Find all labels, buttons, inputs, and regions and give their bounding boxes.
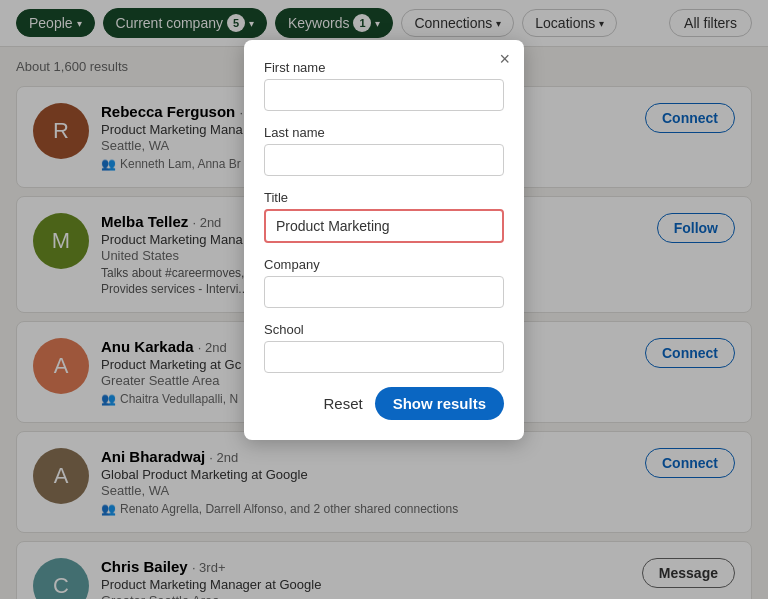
company-field: Company bbox=[264, 257, 504, 308]
last-name-label: Last name bbox=[264, 125, 504, 140]
title-field: Title bbox=[264, 190, 504, 243]
last-name-input[interactable] bbox=[264, 144, 504, 176]
title-input[interactable] bbox=[264, 209, 504, 243]
last-name-field: Last name bbox=[264, 125, 504, 176]
keywords-popup: × First name Last name Title Company Sch… bbox=[244, 40, 524, 440]
popup-close-button[interactable]: × bbox=[499, 50, 510, 68]
title-label: Title bbox=[264, 190, 504, 205]
reset-button[interactable]: Reset bbox=[323, 389, 362, 418]
school-input[interactable] bbox=[264, 341, 504, 373]
school-field: School bbox=[264, 322, 504, 373]
first-name-label: First name bbox=[264, 60, 504, 75]
company-label: Company bbox=[264, 257, 504, 272]
company-input[interactable] bbox=[264, 276, 504, 308]
school-label: School bbox=[264, 322, 504, 337]
popup-actions: Reset Show results bbox=[264, 387, 504, 420]
show-results-button[interactable]: Show results bbox=[375, 387, 504, 420]
first-name-field: First name bbox=[264, 60, 504, 111]
first-name-input[interactable] bbox=[264, 79, 504, 111]
